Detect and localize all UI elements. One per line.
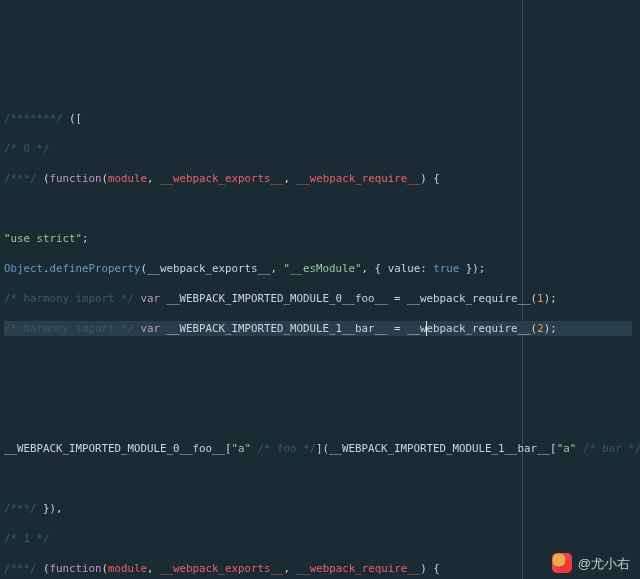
identifier: __WEBPACK_IMPORTED_MODULE_1__bar__	[329, 442, 550, 455]
colon: :	[420, 262, 433, 275]
code-editor[interactable]: /*******/ ([ /* 0 */ /***/ (function(mod…	[4, 96, 632, 579]
key: value	[388, 262, 421, 275]
comma: ,	[147, 172, 160, 185]
code-line[interactable]: /***/ (function(module, __webpack_export…	[4, 171, 632, 186]
keyword-function: function	[50, 562, 102, 575]
code-line[interactable]	[4, 381, 632, 396]
code-line[interactable]: /***/ (function(module, __webpack_export…	[4, 561, 632, 576]
comma: ,	[147, 562, 160, 575]
weibo-handle: @尤小右	[578, 556, 630, 571]
method: defineProperty	[50, 262, 141, 275]
punc: , {	[362, 262, 388, 275]
keyword-var: var	[141, 322, 161, 335]
string: "a"	[232, 442, 252, 455]
weibo-watermark: @尤小右	[552, 553, 630, 573]
identifier: __webpack_exports__	[147, 262, 271, 275]
code-line[interactable]: "use strict";	[4, 231, 632, 246]
punc: );	[544, 322, 557, 335]
punc: }),	[43, 502, 63, 515]
code-line[interactable]: Object.defineProperty(__webpack_exports_…	[4, 261, 632, 276]
punc: });	[459, 262, 485, 275]
code-line[interactable]: /* harmony import */ var __WEBPACK_IMPOR…	[4, 291, 632, 306]
string: "use strict"	[4, 232, 82, 245]
comment: /* harmony import */	[4, 322, 141, 335]
identifier: __WEBPACK_IMPORTED_MODULE_0__foo__	[4, 442, 225, 455]
comment: /***/	[4, 562, 43, 575]
code-line[interactable]: /***/ }),	[4, 501, 632, 516]
punc: ](	[316, 442, 329, 455]
weibo-icon	[552, 553, 572, 573]
equals: =	[388, 292, 408, 305]
comment: /* bar */	[583, 442, 640, 455]
code-line[interactable]	[4, 411, 632, 426]
param: __webpack_exports__	[160, 172, 284, 185]
builtin-object: Object	[4, 262, 43, 275]
comment: /*******/	[4, 112, 63, 125]
param: __webpack_require__	[297, 562, 421, 575]
comment: /* 0 */	[4, 142, 50, 155]
identifier: ebpack_require__	[427, 322, 531, 335]
punc: ;	[82, 232, 89, 245]
code-line[interactable]: /* 0 */	[4, 141, 632, 156]
code-line[interactable]	[4, 351, 632, 366]
keyword-var: var	[141, 292, 161, 305]
identifier: __WEBPACK_IMPORTED_MODULE_0__foo__	[167, 292, 388, 305]
comment: /***/	[4, 172, 43, 185]
identifier: __webpack_require__	[407, 292, 531, 305]
param: module	[108, 562, 147, 575]
code-line-active[interactable]: /* harmony import */ var __WEBPACK_IMPOR…	[4, 321, 632, 336]
comma: ,	[284, 172, 297, 185]
code-line[interactable]: __WEBPACK_IMPORTED_MODULE_0__foo__["a" /…	[4, 441, 632, 456]
comma: ,	[271, 262, 284, 275]
comment: /* 1 */	[4, 532, 50, 545]
comment: /* harmony import */	[4, 292, 141, 305]
identifier: __WEBPACK_IMPORTED_MODULE_1__bar__	[167, 322, 388, 335]
identifier: __w	[407, 322, 427, 335]
bool: true	[433, 262, 459, 275]
param: module	[108, 172, 147, 185]
comma: ,	[284, 562, 297, 575]
code-line[interactable]: /*******/ ([	[4, 111, 632, 126]
equals: =	[388, 322, 408, 335]
code-line[interactable]: /* 1 */	[4, 531, 632, 546]
param: __webpack_exports__	[160, 562, 284, 575]
string: "a"	[557, 442, 577, 455]
punc: ) {	[420, 172, 440, 185]
keyword-function: function	[50, 172, 102, 185]
comment: /***/	[4, 502, 43, 515]
punc: );	[544, 292, 557, 305]
comment: /* foo */	[258, 442, 317, 455]
string: "__esModule"	[284, 262, 362, 275]
code-line[interactable]	[4, 201, 632, 216]
param: __webpack_require__	[297, 172, 421, 185]
code-line[interactable]	[4, 471, 632, 486]
punc: ) {	[420, 562, 440, 575]
punc: ([	[63, 112, 83, 125]
